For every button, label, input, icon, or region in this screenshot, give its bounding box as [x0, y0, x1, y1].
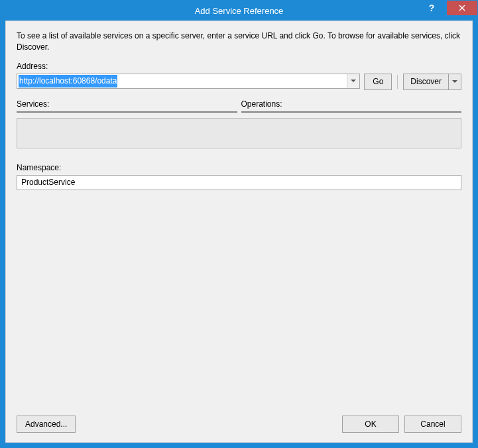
- chevron-down-icon: [351, 80, 356, 82]
- close-icon: [459, 5, 465, 11]
- instructions-text: To see a list of available services on a…: [17, 30, 461, 54]
- discover-splitbutton: Discover: [403, 74, 461, 90]
- services-listbox[interactable]: [17, 111, 237, 113]
- dialog-client-area: To see a list of available services on a…: [5, 21, 473, 443]
- spacer: [81, 416, 337, 433]
- services-column: Services:: [17, 99, 237, 113]
- window-title: Add Service Reference: [1, 6, 477, 16]
- advanced-button[interactable]: Advanced...: [17, 416, 76, 433]
- lists-row: Services: Operations:: [17, 99, 461, 113]
- operations-listbox[interactable]: [241, 111, 462, 113]
- go-button[interactable]: Go: [364, 74, 392, 90]
- address-label: Address:: [17, 62, 461, 71]
- dialog-footer: Advanced... OK Cancel: [17, 405, 461, 433]
- ok-button[interactable]: OK: [342, 416, 399, 433]
- discover-dropdown-button[interactable]: [448, 74, 461, 90]
- close-button[interactable]: [447, 1, 477, 15]
- address-dropdown-button[interactable]: [347, 74, 359, 88]
- help-button[interactable]: ?: [416, 1, 447, 15]
- operations-label: Operations:: [241, 99, 462, 109]
- address-row: http://localhost:60868/odata Go Discover: [17, 74, 461, 90]
- titlebar: Add Service Reference ?: [1, 1, 477, 21]
- window-controls: ?: [416, 1, 477, 15]
- address-combobox[interactable]: http://localhost:60868/odata: [17, 74, 360, 89]
- namespace-label: Namespace:: [17, 163, 461, 172]
- address-value: http://localhost:60868/odata: [19, 75, 117, 87]
- cancel-button[interactable]: Cancel: [404, 416, 461, 433]
- namespace-input[interactable]: [17, 175, 461, 190]
- operations-column: Operations:: [241, 99, 462, 113]
- separator: [397, 75, 398, 89]
- chevron-down-icon: [452, 80, 457, 83]
- dialog-window: Add Service Reference ? To see a list of…: [0, 0, 478, 448]
- discover-button[interactable]: Discover: [403, 74, 448, 90]
- status-panel: [17, 118, 461, 148]
- services-label: Services:: [17, 99, 237, 109]
